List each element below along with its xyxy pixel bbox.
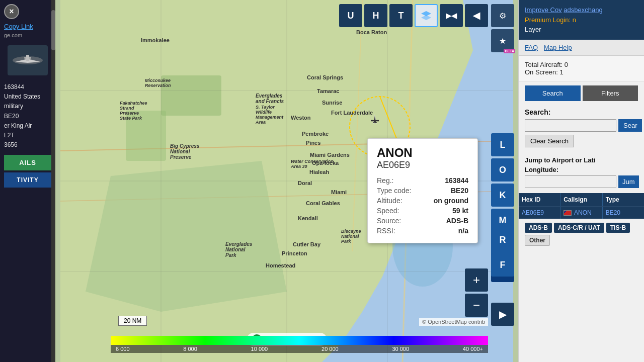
map-help-link[interactable]: Map Help bbox=[544, 44, 572, 51]
beta-badge: BETA bbox=[504, 49, 515, 53]
label-fakahatchee: FakahatcheeStrandPreserveState Park bbox=[120, 101, 147, 121]
city-label-hialeah: Hialeah bbox=[309, 169, 329, 175]
hex-id-header[interactable]: Hex ID bbox=[519, 193, 560, 206]
search-input[interactable] bbox=[525, 119, 616, 132]
jump-label: Jump to Airport or Lati bbox=[525, 156, 638, 164]
city-label-coral-gables: Coral Gables bbox=[306, 200, 340, 206]
activity-button[interactable]: TIVITY bbox=[4, 172, 51, 188]
zoom-in-button[interactable]: + bbox=[465, 268, 488, 292]
details-button[interactable]: AILS bbox=[4, 155, 51, 170]
layer-button[interactable] bbox=[415, 4, 438, 27]
city-label-pembroke: Pembroke bbox=[302, 131, 329, 137]
k-button[interactable]: K bbox=[491, 184, 514, 207]
search-tab-button[interactable]: Search bbox=[525, 85, 581, 101]
search-button[interactable]: Sear bbox=[618, 119, 642, 132]
back-button[interactable]: ◀ bbox=[465, 4, 488, 27]
search-label: Search: bbox=[525, 108, 638, 116]
u-button[interactable]: U bbox=[339, 4, 362, 27]
ads-b-tag[interactable]: ADS-B bbox=[525, 223, 552, 233]
label-big-cypress: Big CypressNationalPreserve bbox=[170, 143, 199, 160]
left-category: military bbox=[4, 102, 51, 111]
on-screen: On Screen: 1 bbox=[525, 68, 638, 76]
map-area[interactable]: Immokalee Coral Springs Tamarac Sunrise … bbox=[55, 0, 518, 362]
close-button[interactable]: × bbox=[4, 4, 19, 19]
improve-cov-link[interactable]: Improve Cov bbox=[525, 6, 562, 14]
left-altitude: 3656 bbox=[4, 140, 51, 150]
popup-reg-label: Reg.: bbox=[377, 176, 393, 185]
callsign-cell: ANON bbox=[560, 207, 602, 219]
alt-label-1: 8 000 bbox=[183, 346, 197, 352]
total-aircraft: Total Aircraft: 0 bbox=[525, 61, 638, 68]
right-panel: Improve Cov adsbexchang Premium Login: n… bbox=[518, 0, 644, 362]
other-tag[interactable]: Other bbox=[525, 235, 550, 246]
city-label-doral: Doral bbox=[298, 180, 312, 186]
map-side-controls: ⚙ ★ BETA bbox=[491, 4, 514, 52]
label-miccosukee: MiccosukeeReservation bbox=[145, 78, 171, 88]
city-label-fort-lauderdale: Fort Lauderdale bbox=[331, 110, 373, 116]
city-label-homestead: Homestead bbox=[266, 262, 295, 268]
search-section: Search: Sear Clear Search bbox=[519, 103, 644, 156]
popup-reg-row: Reg.: 163844 bbox=[377, 175, 468, 186]
l-button[interactable]: L bbox=[491, 133, 514, 156]
source-tags: ADS-B ADS-C/R / UAT TIS-B Other bbox=[519, 219, 644, 250]
popup-reg-value: 163844 bbox=[445, 176, 468, 185]
zoom-out-button[interactable]: − bbox=[465, 294, 488, 317]
jump-button[interactable]: Jum bbox=[618, 175, 639, 188]
popup-speed-label: Speed: bbox=[377, 207, 399, 215]
left-airport: L2T bbox=[4, 131, 51, 140]
table-row[interactable]: AE06E9 ANON BE20 bbox=[519, 206, 644, 219]
callsign-header[interactable]: Callsign bbox=[560, 193, 602, 206]
jump-row: Jum bbox=[525, 175, 638, 188]
table-header: Hex ID Callsign Type bbox=[519, 193, 644, 206]
color-gradient-bar: 6 000 8 000 10 000 20 000 30 000 40 000+ bbox=[111, 336, 488, 353]
map-arrow-button[interactable]: ▶ bbox=[491, 303, 514, 326]
r-button[interactable]: R bbox=[491, 228, 514, 251]
favorites-button[interactable]: ★ BETA bbox=[491, 29, 514, 52]
t-button[interactable]: T bbox=[389, 4, 413, 27]
us-flag-icon bbox=[564, 210, 572, 216]
popup-altitude-row: Altitude: on ground bbox=[377, 196, 468, 206]
city-label-weston: Weston bbox=[291, 115, 311, 121]
rf-buttons: R F bbox=[491, 228, 514, 277]
alt-label-2: 10 000 bbox=[251, 346, 268, 352]
popup-rssi-value: n/a bbox=[458, 227, 468, 235]
scroll-thumb[interactable] bbox=[51, 10, 55, 50]
popup-rssi-label: RSSI: bbox=[377, 227, 395, 235]
aircraft-popup: ANON AE06E9 Reg.: 163844 Type code: BE20… bbox=[367, 138, 478, 243]
tis-b-tag[interactable]: TIS-B bbox=[606, 223, 630, 233]
city-label-miami-gardens: Miami Gardens bbox=[310, 152, 350, 158]
popup-speed-row: Speed: 59 kt bbox=[377, 206, 468, 216]
alt-label-5: 40 000+ bbox=[463, 346, 483, 352]
city-label-immokalee: Immokalee bbox=[141, 37, 170, 43]
city-label-princeton: Princeton bbox=[282, 250, 307, 256]
jump-input[interactable] bbox=[525, 175, 616, 188]
scrollbar[interactable] bbox=[51, 0, 55, 362]
filters-tab-button[interactable]: Filters bbox=[583, 85, 638, 101]
ads-c-tag[interactable]: ADS-C/R / UAT bbox=[554, 223, 604, 233]
clear-search-button[interactable]: Clear Search bbox=[525, 135, 574, 147]
altitude-color-bar bbox=[111, 336, 488, 345]
city-label-pines: Pines bbox=[306, 140, 320, 146]
forward-button[interactable]: ▶◀ bbox=[440, 4, 463, 27]
premium-text: Premium Login: n bbox=[525, 15, 638, 25]
stats-area: Total Aircraft: 0 On Screen: 1 bbox=[519, 56, 644, 81]
adsbx-link[interactable]: adsbexchang bbox=[564, 6, 602, 14]
map-toolbar: U H T ▶◀ ◀ bbox=[339, 4, 488, 27]
h-button[interactable]: H bbox=[364, 4, 387, 27]
type-cell: BE20 bbox=[603, 207, 644, 219]
type-header[interactable]: Type bbox=[603, 193, 644, 206]
popup-altitude-value: on ground bbox=[434, 197, 468, 205]
o-button[interactable]: O bbox=[491, 158, 514, 182]
jump-section: Jump to Airport or Lati Longitude: Jum bbox=[519, 156, 644, 193]
f-button[interactable]: F bbox=[491, 253, 514, 277]
faq-link[interactable]: FAQ bbox=[525, 44, 538, 51]
copy-link[interactable]: Copy Link bbox=[0, 23, 55, 30]
popup-type-label: Type code: bbox=[377, 187, 412, 195]
settings-button[interactable]: ⚙ bbox=[491, 4, 514, 27]
label-everglades-national: EvergladesNationalPark bbox=[225, 241, 252, 258]
label-water-conservation: Water ConservationArea 30 bbox=[291, 159, 334, 169]
alt-label-4: 30 000 bbox=[392, 346, 409, 352]
popup-altitude-label: Altitude: bbox=[377, 197, 403, 205]
popup-type-value: BE20 bbox=[451, 187, 468, 195]
city-label-tamarac: Tamarac bbox=[317, 88, 339, 94]
